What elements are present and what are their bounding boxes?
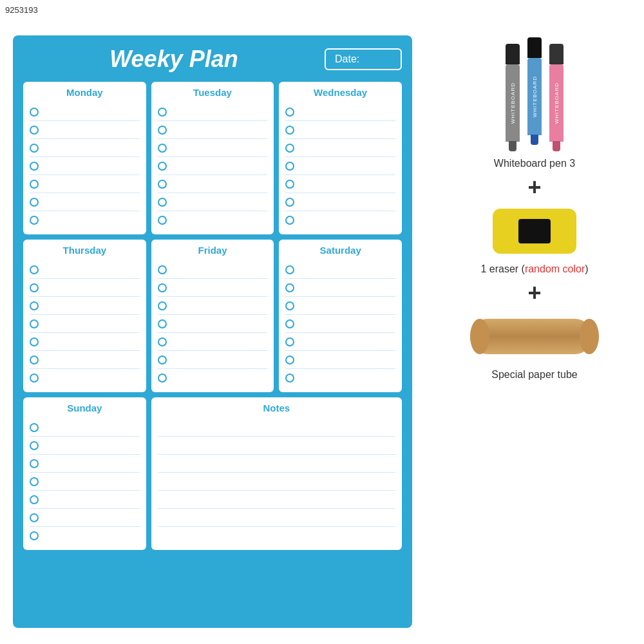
checkbox-circle xyxy=(158,180,167,189)
day-row xyxy=(158,455,395,473)
day-row xyxy=(30,121,140,139)
day-rows-sunday xyxy=(30,419,140,545)
eraser-label-random: random color xyxy=(525,263,585,274)
checkbox-circle xyxy=(30,374,39,383)
day-row xyxy=(30,369,140,387)
checkbox-circle xyxy=(30,301,39,310)
day-row xyxy=(158,491,395,509)
day-row xyxy=(30,419,140,437)
days-grid: Monday Tuesday xyxy=(23,82,402,550)
day-rows-notes xyxy=(158,419,395,545)
day-row xyxy=(285,211,395,229)
day-rows-friday xyxy=(158,261,268,387)
pen-body: WHITEBOARD xyxy=(549,64,564,142)
day-rows-saturday xyxy=(285,261,395,387)
day-row xyxy=(158,473,395,491)
day-name-friday: Friday xyxy=(158,245,268,256)
day-rows-wednesday xyxy=(285,103,395,229)
day-row xyxy=(30,157,140,175)
checkbox-circle xyxy=(30,283,39,292)
day-row xyxy=(30,491,140,509)
eraser-magnet xyxy=(518,219,551,243)
checkbox-circle xyxy=(158,108,167,117)
day-row xyxy=(285,103,395,121)
day-row xyxy=(30,527,140,545)
day-row xyxy=(158,419,395,437)
checkbox-circle xyxy=(158,126,167,135)
day-row xyxy=(285,193,395,211)
day-name-tuesday: Tuesday xyxy=(158,87,268,98)
checkbox-circle xyxy=(30,513,39,522)
pen-label: WHITEBOARD xyxy=(554,82,560,124)
day-rows-tuesday xyxy=(158,103,268,229)
day-row xyxy=(158,351,268,369)
day-cell-wednesday: Wednesday xyxy=(279,82,402,234)
day-cell-monday: Monday xyxy=(23,82,146,234)
day-cell-tuesday: Tuesday xyxy=(151,82,274,234)
checkbox-circle xyxy=(30,337,39,346)
checkbox-circle xyxy=(285,301,294,310)
checkbox-circle xyxy=(158,265,167,274)
board-header: Weeky Plan Date: xyxy=(23,46,402,73)
day-row xyxy=(30,333,140,351)
day-row xyxy=(158,279,268,297)
day-row xyxy=(158,527,395,545)
checkbox-circle xyxy=(30,162,39,171)
day-row xyxy=(158,437,395,455)
product-id: 9253193 xyxy=(5,5,38,15)
checkbox-circle xyxy=(285,198,294,207)
day-row xyxy=(30,261,140,279)
day-row xyxy=(285,139,395,157)
checkbox-circle xyxy=(285,216,294,225)
checkbox-circle xyxy=(30,126,39,135)
pen-blue: WHITEBOARD xyxy=(527,37,542,145)
pen-cap xyxy=(549,44,564,64)
day-row xyxy=(158,175,268,193)
day-row xyxy=(285,121,395,139)
day-row xyxy=(285,175,395,193)
checkbox-circle xyxy=(285,337,294,346)
day-cell-friday: Friday xyxy=(151,240,274,392)
day-row xyxy=(285,333,395,351)
eraser-illustration xyxy=(489,205,580,257)
pen-tip xyxy=(509,141,516,151)
day-row xyxy=(30,473,140,491)
day-rows-monday xyxy=(30,103,140,229)
plus-sign-2: + xyxy=(527,281,541,305)
accessories-panel: WHITEBOARD WHITEBOARD WHITEBOARD Whitebo… xyxy=(438,35,631,381)
day-row xyxy=(30,193,140,211)
checkbox-circle xyxy=(30,477,39,486)
plus-sign-1: + xyxy=(527,176,541,199)
checkbox-circle xyxy=(158,198,167,207)
day-name-thursday: Thursday xyxy=(30,245,140,256)
checkbox-circle xyxy=(285,126,294,135)
day-row xyxy=(30,211,140,229)
day-row xyxy=(158,315,268,333)
day-row xyxy=(158,157,268,175)
weekly-plan-board: Weeky Plan Date: Monday Tuesday xyxy=(13,35,412,628)
pen-gray: WHITEBOARD xyxy=(506,44,520,151)
checkbox-circle xyxy=(30,355,39,365)
pen-label: WHITEBOARD xyxy=(532,76,538,117)
day-row xyxy=(30,139,140,157)
eraser-label: 1 eraser (random color) xyxy=(480,263,588,275)
day-row xyxy=(158,121,268,139)
day-row xyxy=(158,139,268,157)
day-row xyxy=(285,369,395,387)
day-row xyxy=(30,509,140,527)
eraser-label-suffix: ) xyxy=(585,263,588,274)
checkbox-circle xyxy=(158,301,167,310)
day-row xyxy=(285,261,395,279)
day-row xyxy=(158,369,268,387)
checkbox-circle xyxy=(285,108,294,117)
pen-tip xyxy=(553,141,560,151)
day-row xyxy=(285,157,395,175)
checkbox-circle xyxy=(158,355,167,365)
pens-illustration: WHITEBOARD WHITEBOARD WHITEBOARD xyxy=(477,35,592,151)
pen-tip xyxy=(531,135,538,145)
day-cell-sunday: Sunday xyxy=(23,397,146,550)
checkbox-circle xyxy=(158,319,167,328)
checkbox-circle xyxy=(158,283,167,292)
pen-cap xyxy=(527,37,542,58)
day-row xyxy=(285,297,395,315)
